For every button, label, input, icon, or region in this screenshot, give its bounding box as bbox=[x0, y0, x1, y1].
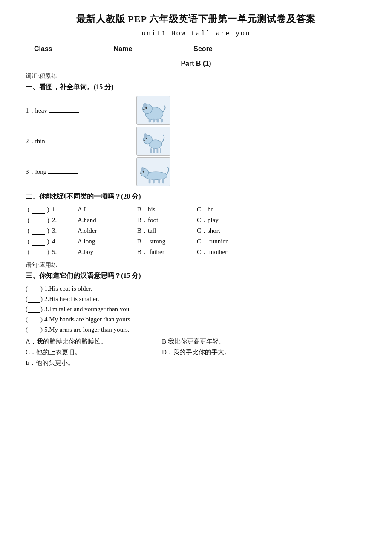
svg-rect-25 bbox=[158, 179, 160, 183]
choice-5-c: C． mother bbox=[197, 248, 248, 256]
svg-rect-5 bbox=[149, 119, 151, 122]
blank-3[interactable] bbox=[32, 227, 45, 235]
section1: 词汇·积累练 一、看图，补全单词。(15 分) 1．heav bbox=[26, 72, 366, 188]
paren-4[interactable]: ( bbox=[26, 238, 32, 245]
s-blank-1[interactable] bbox=[28, 285, 40, 292]
section2: 二、你能找到不同类的一项吗？(20 分) ( ) 1. A.I B．his C．… bbox=[26, 192, 366, 256]
choice-4-c: C． funnier bbox=[197, 237, 248, 246]
svg-rect-26 bbox=[162, 179, 164, 183]
answer-row-1: A．我的胳膊比你的胳膊长。 B.我比你更高更年轻。 bbox=[26, 338, 366, 346]
s-blank-4[interactable] bbox=[28, 315, 40, 323]
choice-row-1: ( ) 1. A.I B．his C．he bbox=[26, 205, 366, 214]
svg-rect-23 bbox=[149, 179, 151, 183]
svg-rect-17 bbox=[160, 148, 161, 153]
choice-row-5: ( ) 5. A.boy B． father C． mother bbox=[26, 248, 366, 256]
answer-e: E．他的头更小。 bbox=[26, 359, 162, 367]
answers-section: A．我的胳膊比你的胳膊长。 B.我比你更高更年轻。 C．他的上衣更旧。 D．我的… bbox=[26, 338, 366, 367]
section3-category: 语句·应用练 bbox=[26, 261, 366, 269]
svg-rect-7 bbox=[157, 119, 159, 122]
picture-item-3: 3．long bbox=[26, 157, 366, 186]
pictures-area: 1．heav bbox=[26, 96, 366, 188]
class-label: Class bbox=[34, 45, 52, 53]
choice-5-b: B． father bbox=[137, 248, 197, 256]
s-close-1: ) bbox=[40, 285, 43, 292]
svg-rect-24 bbox=[153, 179, 155, 183]
close-paren-5: ) bbox=[45, 249, 51, 256]
choice-row-4: ( ) 4. A.long B． strong C． funnier bbox=[26, 237, 366, 246]
choice-1-num: 1. bbox=[52, 206, 78, 213]
item2-blank[interactable] bbox=[47, 143, 77, 143]
choice-4-a: A.long bbox=[78, 238, 137, 245]
s-blank-2[interactable] bbox=[28, 295, 40, 303]
section3: 语句·应用练 三、你知道它们的汉语意思吗？(15 分) ( ) 1.His co… bbox=[26, 261, 366, 367]
section1-title: 一、看图，补全单词。(15 分) bbox=[26, 83, 366, 92]
name-field: Name bbox=[114, 45, 177, 53]
choices-section: ( ) 1. A.I B．his C．he ( ) 2. A.hand B．fo… bbox=[26, 205, 366, 256]
choice-2-b: B．foot bbox=[137, 216, 197, 224]
paren-2[interactable]: ( bbox=[26, 217, 32, 224]
s-close-4: ) bbox=[40, 316, 43, 323]
choice-1-c: C．he bbox=[197, 205, 248, 214]
name-underline[interactable] bbox=[134, 51, 176, 51]
paren-5[interactable]: ( bbox=[26, 249, 32, 256]
dog-image-2 bbox=[136, 127, 170, 156]
name-label: Name bbox=[114, 45, 133, 53]
svg-point-21 bbox=[143, 171, 144, 172]
item2-text: 2．thin bbox=[26, 137, 102, 145]
close-paren-1: ) bbox=[45, 206, 51, 213]
s-blank-3[interactable] bbox=[28, 305, 40, 313]
paren-3[interactable]: ( bbox=[26, 227, 32, 234]
blank-1[interactable] bbox=[32, 206, 45, 214]
choice-5-a: A.boy bbox=[78, 249, 137, 256]
item3-blank[interactable] bbox=[48, 173, 78, 174]
score-underline[interactable] bbox=[214, 51, 248, 51]
dog-image-3 bbox=[136, 157, 170, 186]
svg-point-22 bbox=[140, 173, 142, 174]
choice-3-b: B．tall bbox=[137, 227, 197, 235]
choice-5-num: 5. bbox=[52, 249, 78, 256]
section1-category: 词汇·积累练 bbox=[26, 72, 366, 80]
sentence-row-1: ( ) 1.His coat is older. bbox=[26, 285, 366, 292]
class-field: Class bbox=[34, 45, 97, 53]
picture-item-1: 1．heav bbox=[26, 96, 366, 125]
close-paren-2: ) bbox=[45, 217, 51, 224]
answer-a: A．我的胳膊比你的胳膊长。 bbox=[26, 338, 162, 346]
item1-text: 1．heav bbox=[26, 107, 102, 115]
s-close-3: ) bbox=[40, 306, 43, 313]
blank-5[interactable] bbox=[32, 249, 45, 256]
sentence-row-2: ( ) 2.His head is smaller. bbox=[26, 295, 366, 303]
sentence-4: 4.My hands are bigger than yours. bbox=[44, 316, 132, 323]
svg-point-20 bbox=[141, 167, 144, 172]
score-label: Score bbox=[193, 45, 212, 53]
choice-3-a: A.older bbox=[78, 227, 137, 234]
blank-4[interactable] bbox=[32, 238, 45, 246]
close-paren-4: ) bbox=[45, 238, 51, 245]
section3-title: 三、你知道它们的汉语意思吗？(15 分) bbox=[26, 272, 366, 280]
main-title: 最新人教版 PEP 六年级英语下册第一单元测试卷及答案 bbox=[26, 13, 366, 26]
picture-item-2: 2．thin bbox=[26, 127, 366, 156]
blank-2[interactable] bbox=[32, 217, 45, 224]
choice-3-num: 3. bbox=[52, 227, 78, 234]
s-close-5: ) bbox=[40, 326, 43, 333]
part-title: Part B (1) bbox=[26, 60, 366, 67]
choice-4-b: B． strong bbox=[137, 237, 197, 246]
score-field: Score bbox=[193, 45, 248, 53]
close-paren-3: ) bbox=[45, 227, 51, 234]
sentence-3: 3.I'm taller and younger than you. bbox=[44, 306, 131, 313]
s-blank-5[interactable] bbox=[28, 326, 40, 333]
item1-blank[interactable] bbox=[49, 112, 79, 113]
choice-1-b: B．his bbox=[137, 205, 197, 214]
choice-2-c: C．play bbox=[197, 216, 248, 224]
choice-row-3: ( ) 3. A.older B．tall C．short bbox=[26, 227, 366, 235]
svg-point-13 bbox=[143, 140, 145, 141]
class-underline[interactable] bbox=[54, 51, 97, 51]
sentence-2: 2.His head is smaller. bbox=[44, 295, 99, 303]
svg-rect-16 bbox=[157, 148, 159, 153]
svg-point-4 bbox=[143, 109, 145, 110]
svg-rect-14 bbox=[150, 148, 152, 153]
choice-2-num: 2. bbox=[52, 217, 78, 224]
paren-1[interactable]: ( bbox=[26, 206, 32, 213]
choice-1-a: A.I bbox=[78, 206, 137, 213]
answer-b: B.我比你更高更年轻。 bbox=[162, 338, 281, 346]
sentence-row-5: ( ) 5.My arms are longer than yours. bbox=[26, 326, 366, 333]
